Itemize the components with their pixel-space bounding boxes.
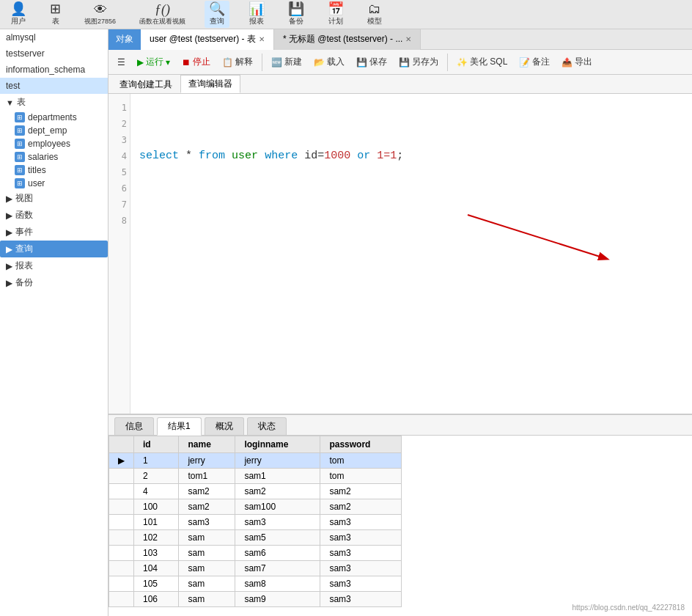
toolbar-user[interactable]: 👤 用户	[6, 1, 31, 28]
toolbar-function[interactable]: ƒ() 函数在观看视频	[135, 1, 190, 28]
tab-close-1[interactable]: ✕	[259, 35, 265, 43]
table-row[interactable]: 100sam2sam100sam2	[109, 499, 402, 515]
table-row[interactable]: 104samsam7sam3	[109, 561, 402, 576]
toolbar-view[interactable]: 👁 视图27856	[80, 1, 120, 28]
sidebar: almysql testserver information_schema te…	[0, 29, 108, 616]
table-section-icon: ▼	[6, 98, 14, 107]
row-indicator	[109, 561, 134, 576]
table-row[interactable]: 4sam2sam2sam2	[109, 484, 402, 499]
table-row[interactable]: 106samsam9sam3	[109, 592, 402, 607]
run-label: 运行	[146, 56, 163, 68]
sidebar-section-event[interactable]: ▶ 事件	[0, 224, 108, 241]
sidebar-db-test[interactable]: test	[0, 78, 108, 94]
event-section-icon: ▶	[6, 227, 12, 238]
table-row[interactable]: ▶1jerryjerrytom	[109, 453, 402, 469]
new-label: 新建	[284, 56, 302, 68]
query-icon: 🔍	[209, 2, 225, 15]
function-icon: ƒ()	[155, 3, 170, 16]
query-label: 查询	[210, 16, 224, 26]
code-editor[interactable]: select * from user where id=1000 or 1=1;	[130, 94, 692, 414]
insert-icon: 📂	[314, 57, 325, 67]
table-row[interactable]: 102samsam5sam3	[109, 530, 402, 546]
cell-id: 106	[134, 592, 179, 607]
table-row[interactable]: 103samsam6sam3	[109, 546, 402, 561]
sidebar-table-user[interactable]: ⊞ user	[0, 177, 108, 190]
sidebar-section-report[interactable]: ▶ 报表	[0, 257, 108, 274]
cell-password: sam3	[320, 576, 402, 592]
comment-icon: 📝	[519, 57, 530, 67]
backup-section-icon: ▶	[6, 278, 12, 288]
sidebar-section-function[interactable]: ▶ 函数	[0, 207, 108, 224]
save-icon: 💾	[356, 57, 367, 67]
result-tab-info[interactable]: 信息	[114, 417, 154, 435]
sidebar-db-info-schema[interactable]: information_schema	[0, 62, 108, 78]
save-as-btn[interactable]: 💾 另存为	[394, 54, 443, 70]
sidebar-table-salaries[interactable]: ⊞ salaries	[0, 150, 108, 164]
new-btn[interactable]: 🆕 新建	[267, 54, 306, 70]
line-numbers: 1 2 3 4 5 6 7 8	[108, 94, 130, 414]
tab-user-table[interactable]: user @test (testserver) - 表 ✕	[141, 29, 274, 50]
cell-name: sam	[179, 530, 235, 546]
cell-id: 102	[134, 530, 179, 546]
sidebar-table-titles[interactable]: ⊞ titles	[0, 164, 108, 177]
table-row[interactable]: 105samsam8sam3	[109, 576, 402, 592]
sidebar-table-departments[interactable]: ⊞ departments	[0, 111, 108, 124]
line3-sql: select * from user where id=1000 or 1=1;	[139, 150, 403, 162]
sidebar-db-testserver[interactable]: testserver	[0, 45, 108, 62]
table-row[interactable]: 2tom1sam1tom	[109, 469, 402, 484]
second-toolbar: ☰ ▶ 运行 ▾ ⏹ 停止 📋 解释 🆕 新建 📂 载入	[108, 50, 692, 75]
save-as-label: 另存为	[412, 56, 438, 68]
view-section-icon: ▶	[6, 194, 12, 204]
sidebar-section-backup[interactable]: ▶ 备份	[0, 274, 108, 291]
insert-btn[interactable]: 📂 载入	[309, 54, 349, 70]
model-icon: 🗂	[368, 2, 381, 15]
tab-untitled[interactable]: * 无标题 @test (testserver) - ... ✕	[274, 29, 422, 50]
result-tab-result1[interactable]: 结果1	[157, 417, 202, 436]
sidebar-section-query[interactable]: ▶ 查询	[0, 241, 108, 257]
cell-id: 101	[134, 515, 179, 530]
comment-btn[interactable]: 📝 备注	[515, 54, 554, 70]
menu-btn[interactable]: ☰	[113, 55, 130, 70]
sub-tab-editor[interactable]: 查询编辑器	[180, 75, 240, 93]
sidebar-section-table[interactable]: ▼ 表	[0, 94, 108, 111]
save-btn[interactable]: 💾 保存	[352, 54, 391, 70]
toolbar-report[interactable]: 📊 报表	[244, 1, 269, 28]
result-tabs: 信息 结果1 概况 状态	[108, 415, 692, 436]
sidebar-section-view[interactable]: ▶ 视图	[0, 190, 108, 207]
result-tab-overview[interactable]: 概况	[205, 417, 244, 435]
cell-id: 105	[134, 576, 179, 592]
stop-btn[interactable]: ⏹ 停止	[177, 54, 215, 70]
toolbar-query[interactable]: 🔍 查询	[205, 1, 229, 28]
backup-section-label: 备份	[15, 276, 33, 289]
tab-close-2[interactable]: ✕	[405, 35, 411, 43]
cell-loginname: sam8	[235, 576, 320, 592]
cell-loginname: jerry	[235, 453, 320, 469]
user-label: 用户	[11, 16, 26, 26]
cell-name: sam2	[179, 499, 235, 515]
result-tab-status[interactable]: 状态	[247, 417, 287, 435]
toolbar-schedule[interactable]: 📅 计划	[323, 1, 348, 28]
cell-name: tom1	[179, 469, 235, 484]
table-row[interactable]: 101sam3sam3sam3	[109, 515, 402, 530]
data-table-wrap[interactable]: id name loginname password ▶1jerryjerryt…	[108, 436, 692, 616]
row-indicator	[109, 469, 134, 484]
explain-btn[interactable]: 📋 解释	[218, 54, 257, 70]
stop-label: 停止	[193, 56, 210, 68]
toolbar-model[interactable]: 🗂 模型	[363, 1, 386, 28]
toolbar-backup[interactable]: 💾 备份	[284, 1, 309, 28]
sub-tab-build[interactable]: 查询创建工具	[111, 76, 180, 93]
toolbar-table[interactable]: ⊞ 表	[45, 1, 65, 28]
beautify-btn[interactable]: ✨ 美化 SQL	[452, 54, 512, 70]
export-btn[interactable]: 📤 导出	[557, 54, 597, 70]
sidebar-db-almysql[interactable]: almysql	[0, 29, 108, 45]
object-tab[interactable]: 对象	[108, 29, 141, 50]
tab-untitled-label: * 无标题 @test (testserver) - ...	[283, 33, 403, 45]
sidebar-table-employees[interactable]: ⊞ employees	[0, 137, 108, 150]
run-btn[interactable]: ▶ 运行 ▾	[133, 54, 174, 70]
save-as-icon: 💾	[399, 57, 410, 67]
explain-label: 解释	[235, 56, 253, 68]
run-chevron: ▾	[166, 57, 170, 67]
sidebar-table-dept-emp[interactable]: ⊞ dept_emp	[0, 124, 108, 137]
cell-password: sam3	[320, 530, 402, 546]
table-row-icon: ⊞	[15, 178, 25, 188]
